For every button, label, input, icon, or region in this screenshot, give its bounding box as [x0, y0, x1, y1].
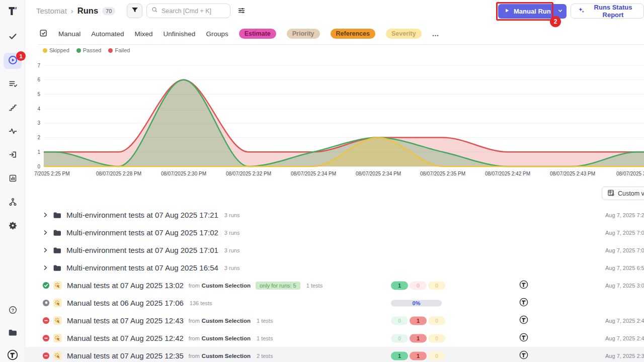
count-pill-passed: 1: [391, 351, 408, 360]
sidebar-item-branch[interactable]: [4, 195, 22, 211]
search-input[interactable]: [162, 8, 222, 15]
run-row[interactable]: Manual tests at 07 Aug 2025 13:02fromCus…: [25, 277, 644, 294]
tab-manual[interactable]: Manual: [58, 30, 80, 38]
tab-unfinished[interactable]: Unfinished: [164, 30, 196, 38]
folder-row[interactable]: Multi-environment tests at 07 Aug 2025 1…: [25, 206, 644, 224]
svg-text:0: 0: [37, 164, 40, 169]
count-pill-failed: 1: [410, 351, 427, 360]
svg-text:7/2025 2:25 PM: 7/2025 2:25 PM: [34, 171, 70, 176]
project-logo-icon: [519, 350, 528, 361]
expand-chevron-icon[interactable]: [42, 247, 49, 253]
run-row[interactable]: Manual tests at 06 Aug 2025 17:06136 tes…: [25, 294, 644, 312]
custom-view-button[interactable]: Custom view: [602, 187, 644, 200]
list-check-icon: [9, 79, 17, 90]
sidebar-item-bar-chart[interactable]: [4, 171, 22, 187]
sidebar-item-activity[interactable]: [4, 124, 22, 140]
sidebar-item-check[interactable]: [4, 29, 22, 45]
svg-text:08/07/2025 2:34 PM: 08/07/2025 2:34 PM: [291, 171, 336, 176]
project-logo-icon: [519, 298, 528, 309]
runs-activity-chart: 012345677/2025 2:25 PM08/07/2025 2:28 PM…: [0, 59, 644, 185]
runs-count-badge: 70: [102, 7, 115, 15]
select-runs-icon[interactable]: [39, 29, 48, 39]
run-title[interactable]: Multi-environment tests at 07 Aug 2025 1…: [66, 228, 218, 237]
run-title[interactable]: Multi-environment tests at 07 Aug 2025 1…: [66, 263, 218, 272]
check-icon: [9, 32, 17, 43]
legend-item-failed[interactable]: Failed: [108, 47, 130, 53]
filter-button[interactable]: [127, 4, 142, 18]
run-meta: 136 tests: [190, 300, 212, 306]
count-pill-failed: 1: [410, 334, 427, 342]
count-pill-skipped: 0: [428, 351, 445, 360]
run-result-counts: 010: [391, 334, 445, 342]
sidebar-item-steps[interactable]: [4, 100, 22, 116]
folder-row[interactable]: Multi-environment tests at 07 Aug 2025 1…: [25, 241, 644, 259]
run-result-counts: 110: [391, 351, 445, 360]
run-date: Aug 7, 2025 2:43 PM: [605, 318, 644, 324]
svg-text:08/07/2025 2:30 PM: 08/07/2025 2:30 PM: [161, 171, 206, 176]
search-box[interactable]: [146, 4, 230, 18]
run-meta: 1 tests: [306, 283, 323, 289]
svg-text:?: ?: [11, 307, 14, 312]
run-from-label: from: [189, 335, 200, 341]
count-pill-failed: 0: [410, 281, 427, 290]
tab-groups[interactable]: Groups: [206, 30, 228, 38]
expand-chevron-icon[interactable]: [42, 212, 49, 218]
sidebar-item-list-check[interactable]: [4, 76, 22, 93]
count-pill-skipped: 0: [428, 281, 445, 290]
count-pill-passed: 1: [391, 281, 408, 290]
run-title[interactable]: Manual tests at 07 Aug 2025 12:43: [67, 316, 184, 325]
sidebar-item-projects-folder[interactable]: [4, 325, 22, 341]
run-row[interactable]: Manual tests at 07 Aug 2025 12:42fromCus…: [25, 329, 644, 347]
play-icon: [504, 8, 510, 15]
run-scope-badge: only for runs: 5: [256, 282, 300, 290]
count-pill-failed: 1: [410, 316, 427, 325]
folder-row[interactable]: Multi-environment tests at 07 Aug 2025 1…: [25, 259, 644, 277]
run-status-pending-icon: [42, 299, 50, 307]
expand-chevron-icon[interactable]: [42, 264, 49, 271]
view-settings-icon[interactable]: [237, 7, 246, 17]
bar-chart-icon: [9, 174, 17, 185]
runs-status-report-button[interactable]: Runs Status Report: [571, 4, 644, 19]
tab-mixed[interactable]: Mixed: [135, 30, 153, 38]
filter-pill-priority[interactable]: Priority: [287, 29, 320, 39]
legend-item-skipped[interactable]: Skipped: [43, 47, 69, 53]
sidebar-item-account-logo[interactable]: [4, 348, 22, 362]
count-pill-skipped: 0: [428, 316, 445, 325]
manual-run-button[interactable]: Manual Run: [498, 4, 559, 19]
svg-text:08/07/2025 2:35 PM: 08/07/2025 2:35 PM: [420, 171, 465, 176]
run-row[interactable]: Manual tests at 07 Aug 2025 12:35fromCus…: [25, 347, 644, 362]
legend-item-passed[interactable]: Passed: [76, 47, 102, 53]
expand-chevron-icon[interactable]: [42, 229, 49, 236]
funnel-icon: [131, 6, 139, 16]
sidebar-item-gear[interactable]: [4, 218, 22, 234]
svg-text:08/07/2025 2:42 PM: 08/07/2025 2:42 PM: [485, 171, 530, 176]
more-filters-button[interactable]: …: [432, 30, 440, 38]
filter-pill-references[interactable]: References: [331, 29, 375, 39]
tab-automated[interactable]: Automated: [91, 30, 124, 38]
filter-pill-severity[interactable]: Severity: [386, 29, 422, 39]
run-title[interactable]: Manual tests at 07 Aug 2025 12:42: [67, 334, 184, 342]
run-row[interactable]: Manual tests at 07 Aug 2025 12:43fromCus…: [25, 312, 644, 329]
folder-row[interactable]: Multi-environment tests at 07 Aug 2025 1…: [25, 224, 644, 241]
run-title[interactable]: Manual tests at 07 Aug 2025 12:35: [67, 351, 184, 360]
svg-text:08/07/2025 2:43 PM: 08/07/2025 2:43 PM: [550, 171, 595, 176]
sidebar: 1 ?: [0, 0, 25, 362]
run-result-counts: 100: [391, 281, 445, 290]
svg-text:7: 7: [37, 63, 40, 68]
app-logo-icon[interactable]: [7, 5, 18, 19]
project-logo-icon: [519, 280, 528, 291]
sidebar-item-import[interactable]: [4, 147, 22, 163]
search-icon: [151, 6, 158, 16]
breadcrumb-project[interactable]: Testomat: [36, 7, 67, 15]
run-status-passed-icon: [42, 282, 50, 289]
run-title[interactable]: Manual tests at 07 Aug 2025 13:02: [67, 281, 184, 290]
svg-text:08/07/2025 2:32 PM: 08/07/2025 2:32 PM: [226, 171, 271, 176]
run-date: Aug 7, 2025 3:02 PM: [605, 283, 644, 289]
run-title[interactable]: Multi-environment tests at 07 Aug 2025 1…: [66, 211, 218, 219]
run-source: Custom Selection: [202, 283, 251, 289]
run-title[interactable]: Manual tests at 06 Aug 2025 17:06: [67, 299, 184, 307]
run-title[interactable]: Multi-environment tests at 07 Aug 2025 1…: [66, 246, 218, 254]
sidebar-item-help[interactable]: ?: [4, 303, 22, 319]
run-status-failed-icon: [42, 317, 50, 324]
filter-pill-estimate[interactable]: Estimate: [239, 29, 276, 39]
